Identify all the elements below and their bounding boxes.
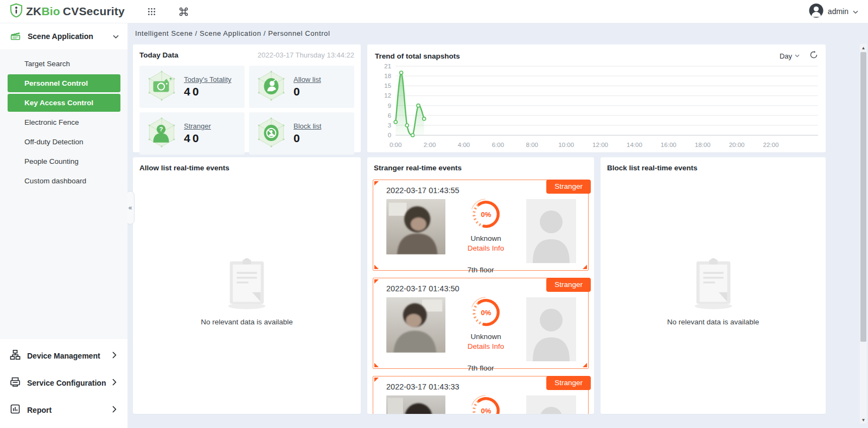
event-photo (386, 199, 445, 254)
svg-text:14:00: 14:00 (627, 142, 642, 148)
stat-value: 0 (293, 85, 321, 98)
sidebar-item-off-duty-detection[interactable]: Off-duty Detection (8, 133, 120, 151)
chevron-down-icon (113, 31, 119, 41)
svg-text:21: 21 (384, 63, 391, 69)
svg-text:16:00: 16:00 (661, 142, 676, 148)
block-list-panel: Block list real-time events No relevant … (601, 157, 826, 414)
chevron-right-icon (112, 351, 117, 361)
stranger-event-card[interactable]: Stranger 2022-03-17 01:43:50 (373, 278, 589, 369)
event-location: 7th floor (379, 364, 583, 372)
today-data-panel: Today Data 2022-03-17 Thursday 13:44:22 (133, 44, 361, 152)
stat-label-link[interactable]: Block list (293, 122, 321, 130)
trend-line-chart: 0369121518210:002:004:006:008:0010:0012:… (371, 59, 820, 151)
command-shortcut-icon[interactable] (178, 7, 189, 17)
sidebar-item-label: Device Management (27, 352, 100, 360)
sidebar-collapse-handle[interactable]: « (127, 191, 135, 225)
scroll-down-icon[interactable]: ▼ (860, 416, 867, 424)
stat-label-link[interactable]: Today's Totality (184, 75, 232, 84)
details-info-link[interactable]: Details Info (445, 244, 526, 252)
corner-marker (374, 363, 379, 367)
stranger-events-panel: Stranger real-time events Stranger 2022-… (367, 157, 594, 414)
match-percent: 0% (481, 407, 491, 414)
svg-text:4:00: 4:00 (458, 142, 470, 148)
no-data-clipboard-icon (681, 303, 745, 312)
corner-marker (374, 378, 379, 382)
event-photo (386, 297, 445, 353)
match-percent: 0% (481, 210, 491, 219)
corner-marker (583, 265, 587, 269)
stat-value: 40 (184, 85, 232, 98)
event-photo (386, 395, 445, 414)
chevron-right-icon (112, 405, 117, 415)
username-label: admin (828, 7, 848, 16)
sidebar-item-custom-dashboard[interactable]: Custom dashboard (8, 172, 120, 190)
stranger-badge[interactable]: Stranger (546, 180, 591, 194)
person-placeholder-icon (526, 199, 576, 263)
svg-text:22:00: 22:00 (763, 142, 779, 148)
trend-panel: Trend of total snapshots Day 03691215182… (367, 44, 826, 152)
allow-list-title: Allow list real-time events (139, 164, 354, 172)
today-data-title: Today Data (139, 51, 178, 59)
sidebar-item-target-search[interactable]: Target Search (8, 55, 120, 73)
sidebar-item-label: Report (27, 406, 52, 414)
sidebar-item-service-configuration[interactable]: Service Configuration (0, 369, 127, 397)
stranger-badge[interactable]: Stranger (546, 278, 591, 292)
person-placeholder-icon (526, 297, 576, 361)
sidebar-item-label: Service Configuration (27, 379, 106, 387)
match-percent: 0% (481, 309, 491, 317)
device-management-icon (10, 349, 21, 362)
allow-person-cube-icon (256, 70, 287, 104)
svg-text:20:00: 20:00 (729, 142, 745, 148)
event-person-name: Unknown (445, 333, 526, 341)
stat-label-link[interactable]: Allow list (293, 75, 321, 84)
sidebar-section-scene-application[interactable]: Scene Application (0, 23, 127, 49)
vertical-scrollbar[interactable]: ▲ ▼ (860, 44, 867, 424)
svg-text:15: 15 (384, 82, 391, 89)
sidebar-section-label: Scene Application (28, 32, 93, 41)
sidebar: Scene Application Target Search Personne… (0, 23, 127, 428)
sidebar-item-personnel-control[interactable]: Personnel Control (8, 74, 120, 92)
chevron-down-icon (853, 7, 858, 16)
svg-text:18: 18 (384, 73, 391, 79)
user-menu[interactable]: admin (809, 3, 858, 20)
chevron-right-icon (112, 378, 117, 388)
sidebar-item-key-access-control[interactable]: Key Access Control (8, 94, 120, 112)
svg-text:3: 3 (388, 122, 391, 129)
svg-text:12:00: 12:00 (592, 142, 608, 148)
service-configuration-icon (10, 376, 21, 389)
details-info-link[interactable]: Details Info (445, 342, 526, 350)
brand-name: ZKBioCVSecurity (26, 5, 125, 18)
svg-text:?: ? (159, 126, 163, 132)
scene-application-icon (10, 30, 21, 43)
top-header: ZKBioCVSecurity (0, 0, 868, 23)
apps-grid-icon[interactable] (148, 8, 156, 16)
sidebar-item-report[interactable]: Report (0, 397, 127, 424)
stranger-event-card[interactable]: Stranger 2022-03-17 01:43:55 (373, 180, 589, 271)
stranger-event-card[interactable]: Stranger 2022-03-17 01:43:33 (373, 376, 589, 414)
scroll-up-icon[interactable]: ▲ (860, 44, 867, 52)
svg-text:12: 12 (384, 92, 391, 99)
stat-card-allow-list: Allow list 0 (249, 66, 354, 108)
block-list-title: Block list real-time events (607, 164, 819, 172)
sidebar-item-device-management[interactable]: Device Management (0, 342, 127, 369)
sidebar-item-electronic-fence[interactable]: Electronic Fence (8, 113, 120, 131)
svg-text:6:00: 6:00 (492, 142, 504, 148)
sidebar-bottom-menu: Device Management Service Configuration (0, 339, 127, 428)
stat-label-link[interactable]: Stranger (184, 122, 211, 130)
match-gauge: 0% (469, 322, 503, 331)
stranger-badge[interactable]: Stranger (546, 376, 591, 390)
block-person-cube-icon (256, 117, 287, 150)
stat-card-block-list: Block list 0 (249, 112, 354, 155)
svg-text:18:00: 18:00 (695, 142, 711, 148)
svg-text:8:00: 8:00 (526, 142, 538, 148)
sidebar-item-people-counting[interactable]: People Counting (8, 152, 120, 170)
stranger-events-title: Stranger real-time events (367, 164, 594, 172)
no-data-text: No relevant data is available (133, 318, 361, 326)
stranger-cube-icon: ? (146, 117, 177, 150)
stranger-events-list[interactable]: Stranger 2022-03-17 01:43:55 (367, 180, 594, 414)
scrollbar-thumb[interactable] (860, 52, 866, 342)
stat-card-todays-totality: Today's Totality 40 (139, 66, 245, 108)
app-logo: ZKBioCVSecurity (10, 3, 125, 20)
stat-value: 0 (293, 132, 321, 145)
empty-state: No relevant data is available (601, 255, 826, 326)
